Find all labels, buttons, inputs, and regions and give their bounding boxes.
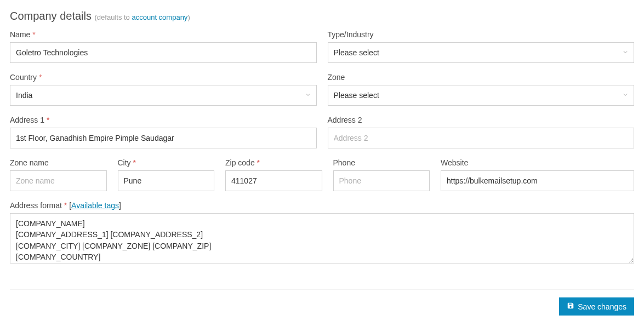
address-format-textarea[interactable] (10, 213, 634, 263)
address1-label: Address 1 * (10, 116, 317, 124)
name-input[interactable] (10, 42, 317, 63)
website-label: Website (441, 158, 634, 167)
city-input[interactable] (118, 170, 215, 191)
type-industry-label: Type/Industry (328, 30, 635, 39)
address2-input[interactable] (328, 128, 635, 148)
defaults-suffix: ) (187, 13, 190, 21)
name-label: Name * (10, 30, 317, 39)
phone-input[interactable] (333, 170, 430, 191)
city-label: City * (118, 158, 215, 167)
zone-label: Zone (328, 73, 635, 82)
save-button-label: Save changes (578, 302, 626, 311)
type-industry-select[interactable]: Please select (328, 42, 635, 63)
zip-input[interactable] (225, 170, 322, 191)
available-tags-link[interactable]: Available tags (71, 201, 119, 210)
zone-value: Please select (334, 91, 379, 100)
zone-name-input[interactable] (10, 170, 107, 191)
phone-label: Phone (333, 158, 430, 167)
account-company-link[interactable]: account company (132, 13, 187, 21)
country-value: India (16, 91, 32, 100)
defaults-prefix: (defaults to (95, 13, 132, 21)
address-format-label: Address format * [Available tags] (10, 201, 634, 210)
type-industry-value: Please select (334, 48, 379, 57)
divider (10, 289, 634, 290)
address2-label: Address 2 (328, 116, 635, 124)
country-label: Country * (10, 73, 317, 82)
country-select[interactable]: India (10, 85, 317, 106)
zone-name-label: Zone name (10, 158, 107, 167)
save-icon (567, 302, 574, 311)
page-title: Company details (defaults to account com… (10, 10, 634, 22)
address1-input[interactable] (10, 128, 317, 148)
website-input[interactable] (441, 170, 634, 191)
title-default-note: (defaults to account company) (95, 13, 190, 21)
zip-label: Zip code * (225, 158, 322, 167)
title-text: Company details (10, 10, 92, 22)
zone-select[interactable]: Please select (328, 85, 635, 106)
save-changes-button[interactable]: Save changes (559, 297, 634, 316)
